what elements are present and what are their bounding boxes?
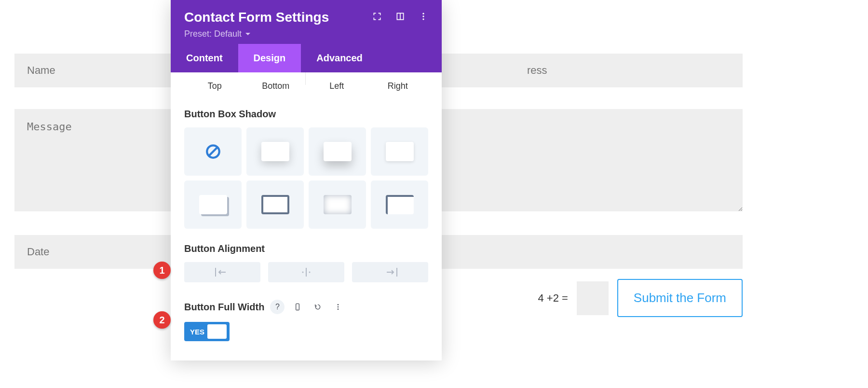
panel-tabs: Content Design Advanced	[171, 44, 442, 72]
spacing-label-top: Top	[184, 81, 245, 91]
align-left-button[interactable]	[184, 262, 260, 282]
svg-point-11	[298, 309, 298, 309]
alignment-row	[184, 262, 428, 282]
shadow-option-3[interactable]	[309, 127, 366, 176]
box-shadow-grid	[184, 127, 428, 229]
panel-title: Contact Form Settings	[184, 10, 329, 25]
svg-point-0	[422, 13, 424, 14]
svg-point-13	[338, 306, 339, 308]
align-center-button[interactable]	[268, 262, 344, 282]
toggle-knob	[207, 324, 227, 339]
svg-point-2	[422, 18, 424, 20]
spacing-label-left: Left	[306, 81, 367, 91]
align-left-icon	[215, 268, 230, 277]
shadow-option-5[interactable]	[184, 180, 242, 229]
full-width-toggle[interactable]: YES	[184, 322, 230, 341]
section-alignment-title: Button Alignment	[184, 243, 428, 254]
spacing-label-bottom: Bottom	[245, 81, 307, 91]
submit-button[interactable]: Submit the Form	[617, 279, 743, 317]
responsive-icon[interactable]	[290, 300, 305, 314]
svg-rect-9	[396, 268, 397, 277]
svg-point-14	[338, 308, 339, 310]
section-box-shadow-title: Button Box Shadow	[184, 109, 428, 120]
preset-selector[interactable]: Preset: Default	[184, 29, 428, 39]
shadow-option-8[interactable]	[371, 180, 428, 229]
svg-line-4	[209, 148, 217, 156]
chevron-down-icon	[245, 32, 250, 37]
svg-rect-6	[306, 268, 307, 277]
align-right-icon	[383, 268, 397, 277]
help-icon[interactable]: ?	[270, 300, 285, 314]
callout-badge-1: 1	[153, 262, 171, 279]
tab-design[interactable]: Design	[238, 44, 301, 72]
none-icon	[205, 143, 221, 160]
more-icon[interactable]	[419, 12, 428, 23]
expand-icon[interactable]	[372, 12, 382, 23]
svg-rect-5	[215, 268, 216, 277]
align-center-icon	[299, 268, 313, 277]
captcha-input[interactable]	[577, 281, 609, 315]
settings-panel: Contact Form Settings Preset: Default Co…	[171, 0, 442, 360]
columns-icon[interactable]	[395, 12, 405, 23]
shadow-option-7[interactable]	[309, 180, 366, 229]
shadow-option-none[interactable]	[184, 127, 242, 176]
toggle-label: YES	[190, 328, 204, 336]
options-icon[interactable]	[331, 300, 345, 314]
section-full-width-title: Button Full Width	[184, 302, 264, 313]
svg-point-8	[309, 272, 311, 273]
svg-point-1	[422, 15, 424, 17]
shadow-option-2[interactable]	[246, 127, 304, 176]
spacing-labels-row: Top Bottom Left Right	[184, 72, 428, 104]
preset-label: Preset: Default	[184, 29, 242, 39]
shadow-option-4[interactable]	[371, 127, 428, 176]
captcha-label: 4 +2 =	[538, 292, 568, 305]
spacing-label-right: Right	[367, 81, 429, 91]
align-right-button[interactable]	[352, 262, 428, 282]
tab-advanced[interactable]: Advanced	[301, 44, 378, 72]
svg-point-12	[338, 304, 339, 305]
tab-content[interactable]: Content	[171, 44, 238, 72]
shadow-option-6[interactable]	[246, 180, 304, 229]
callout-badge-2: 2	[153, 311, 171, 329]
reset-icon[interactable]	[311, 300, 325, 314]
svg-point-7	[302, 272, 304, 273]
